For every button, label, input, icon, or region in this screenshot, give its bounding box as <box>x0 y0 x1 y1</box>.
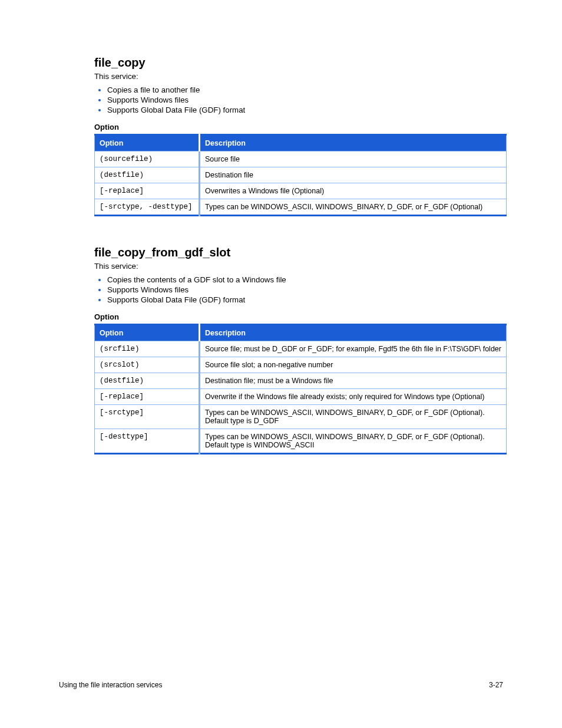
section-title: file_copy <box>94 56 503 70</box>
list-item: Supports Global Data File (GDF) format <box>107 295 503 304</box>
desc-cell: Destination file <box>200 167 507 183</box>
option-cell: (srcslot) <box>95 357 200 373</box>
option-cell: [-desttype] <box>95 429 200 454</box>
option-cell: [-srctype] <box>95 405 200 429</box>
footer-right: 3-27 <box>489 681 503 689</box>
table-row: (srcslot) Source file slot; a non-negati… <box>95 357 507 373</box>
table-header-row: Option Description <box>95 325 507 341</box>
section-file-copy: file_copy This service: Copies a file to… <box>94 56 503 216</box>
option-cell: (srcfile) <box>95 341 200 357</box>
list-item: Copies a file to another file <box>107 85 503 94</box>
table-row: (destfile) Destination file; must be a W… <box>95 373 507 389</box>
desc-cell: Source file; must be D_GDF or F_GDF; for… <box>200 341 507 357</box>
options-table: Option Description (sourcefile) Source f… <box>94 134 507 216</box>
desc-cell: Source file <box>200 151 507 167</box>
col-header-option: Option <box>95 135 200 151</box>
list-item: Supports Global Data File (GDF) format <box>107 106 503 114</box>
desc-cell: Source file slot; a non-negative number <box>200 357 507 373</box>
options-table: Option Description (srcfile) Source file… <box>94 324 507 454</box>
option-cell: [-srctype, -desttype] <box>95 199 200 216</box>
list-item: Supports Windows files <box>107 95 503 104</box>
desc-cell: Types can be WINDOWS_ASCII, WINDOWS_BINA… <box>200 429 507 454</box>
section-file-copy-from-gdf-slot: file_copy_from_gdf_slot This service: Co… <box>94 246 503 454</box>
list-item: Supports Windows files <box>107 285 503 294</box>
desc-cell: Types can be WINDOWS_ASCII, WINDOWS_BINA… <box>200 405 507 429</box>
table-row: [-replace] Overwrite if the Windows file… <box>95 389 507 405</box>
col-header-desc: Description <box>200 135 507 151</box>
desc-cell: Types can be WINDOWS_ASCII, WINDOWS_BINA… <box>200 199 507 216</box>
table-row: (sourcefile) Source file <box>95 151 507 167</box>
table-caption: Option <box>94 123 503 131</box>
bullet-list: Copies a file to another file Supports W… <box>94 85 503 114</box>
desc-cell: Overwrite if the Windows file already ex… <box>200 389 507 405</box>
section-intro: This service: <box>94 262 503 271</box>
col-header-desc: Description <box>200 325 507 341</box>
option-cell: (destfile) <box>95 167 200 183</box>
desc-cell: Overwrites a Windows file (Optional) <box>200 183 507 199</box>
bullet-list: Copies the contents of a GDF slot to a W… <box>94 275 503 304</box>
footer-left: Using the file interaction services <box>59 681 162 689</box>
table-caption: Option <box>94 312 503 321</box>
table-row: [-desttype] Types can be WINDOWS_ASCII, … <box>95 429 507 454</box>
table-row: [-srctype] Types can be WINDOWS_ASCII, W… <box>95 405 507 429</box>
option-cell: [-replace] <box>95 389 200 405</box>
table-row: [-srctype, -desttype] Types can be WINDO… <box>95 199 507 216</box>
table-row: (destfile) Destination file <box>95 167 507 183</box>
desc-cell: Destination file; must be a Windows file <box>200 373 507 389</box>
col-header-option: Option <box>95 325 200 341</box>
option-cell: (destfile) <box>95 373 200 389</box>
section-intro: This service: <box>94 72 503 81</box>
table-row: [-replace] Overwrites a Windows file (Op… <box>95 183 507 199</box>
list-item: Copies the contents of a GDF slot to a W… <box>107 275 503 284</box>
table-row: (srcfile) Source file; must be D_GDF or … <box>95 341 507 357</box>
table-header-row: Option Description <box>95 135 507 151</box>
section-title: file_copy_from_gdf_slot <box>94 246 503 259</box>
option-cell: [-replace] <box>95 183 200 199</box>
option-cell: (sourcefile) <box>95 151 200 167</box>
